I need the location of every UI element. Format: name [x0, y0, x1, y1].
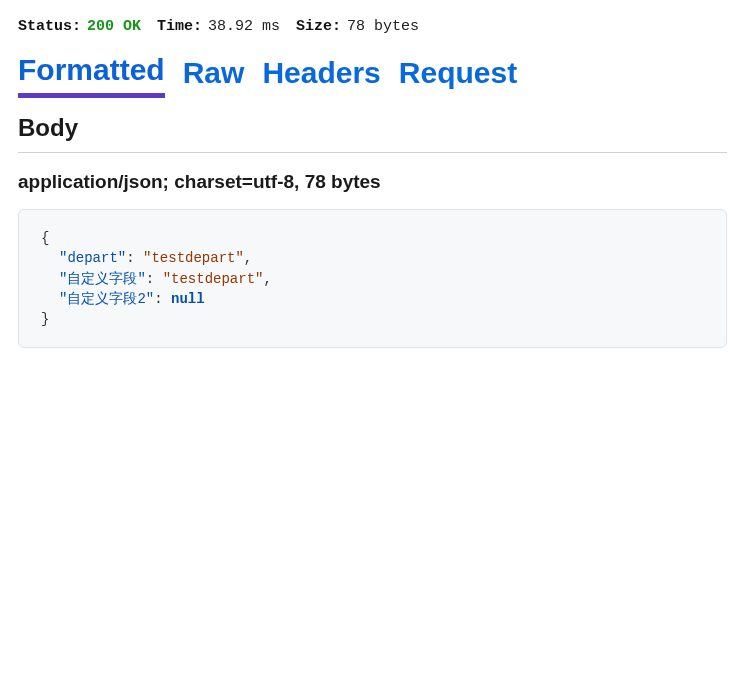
response-tabs: Formatted Raw Headers Request: [18, 53, 727, 98]
json-key: "depart": [59, 250, 126, 266]
response-status-bar: Status: 200 OK Time: 38.92 ms Size: 78 b…: [18, 18, 727, 35]
time-value: 38.92 ms: [208, 18, 280, 35]
status-value: 200 OK: [87, 18, 141, 35]
time-label: Time:: [157, 18, 202, 35]
json-key: "自定义字段2": [59, 291, 154, 307]
tab-headers[interactable]: Headers: [262, 53, 380, 98]
json-key: "自定义字段": [59, 271, 146, 287]
json-brace-close: }: [41, 311, 49, 327]
tab-raw[interactable]: Raw: [183, 53, 245, 98]
body-section-title: Body: [18, 114, 727, 153]
tab-request[interactable]: Request: [399, 53, 517, 98]
json-brace-open: {: [41, 230, 49, 246]
json-value: "testdepart": [163, 271, 264, 287]
status-label: Status:: [18, 18, 81, 35]
response-body-json: { "depart": "testdepart", "自定义字段": "test…: [18, 209, 727, 348]
tab-formatted[interactable]: Formatted: [18, 53, 165, 98]
content-type-line: application/json; charset=utf-8, 78 byte…: [18, 171, 727, 193]
json-value: "testdepart": [143, 250, 244, 266]
json-value-null: null: [171, 291, 205, 307]
size-label: Size:: [296, 18, 341, 35]
size-value: 78 bytes: [347, 18, 419, 35]
